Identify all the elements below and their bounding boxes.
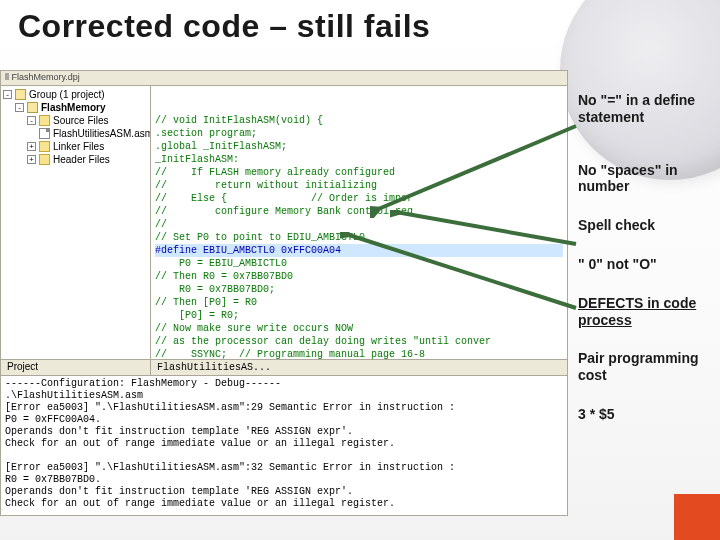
tree-file-asm[interactable]: FlashUtilitiesASM.asm — [3, 127, 148, 140]
folder-icon — [39, 115, 50, 126]
project-group-icon — [15, 89, 26, 100]
ide-titlebar: ll FlashMemory.dpj — [0, 70, 568, 86]
code-editor[interactable]: // void InitFlashASM(void) {.section pro… — [151, 86, 567, 375]
tree-label: Header Files — [53, 154, 110, 165]
tree-folder-linker[interactable]: + Linker Files — [3, 140, 148, 153]
note-no-spaces: No "spaces" in number — [578, 162, 714, 196]
expand-icon[interactable]: + — [27, 155, 36, 164]
ide-body: - Group (1 project) - FlashMemory - Sour… — [0, 86, 568, 376]
tree-label: Linker Files — [53, 141, 104, 152]
note-defects: DEFECTS in code process — [578, 295, 714, 329]
tree-project[interactable]: - FlashMemory — [3, 101, 148, 114]
collapse-icon[interactable]: - — [27, 116, 36, 125]
tree-folder-source[interactable]: - Source Files — [3, 114, 148, 127]
collapse-icon[interactable]: - — [15, 103, 24, 112]
tree-label: Group (1 project) — [29, 89, 105, 100]
code-content: // void InitFlashASM(void) {.section pro… — [151, 112, 567, 363]
note-zero-not-o: " 0" not "O" — [578, 256, 714, 273]
ide-window: ll FlashMemory.dpj - Group (1 project) -… — [0, 70, 568, 520]
folder-icon — [39, 154, 50, 165]
slide: Corrected code – still fails ll FlashMem… — [0, 0, 720, 540]
note-cost-value: 3 * $5 — [578, 406, 714, 423]
note-pair-cost: Pair programming cost — [578, 350, 714, 384]
tree-label: FlashUtilitiesASM.asm — [53, 128, 150, 139]
tree-label: FlashMemory — [41, 102, 105, 113]
tree-label: Source Files — [53, 115, 109, 126]
tree-group[interactable]: - Group (1 project) — [3, 88, 148, 101]
slide-title: Corrected code – still fails — [18, 8, 430, 45]
decorative-square — [674, 494, 720, 540]
annotation-column: No "=" in a define statement No "spaces"… — [578, 92, 714, 445]
tree-folder-header[interactable]: + Header Files — [3, 153, 148, 166]
project-icon — [27, 102, 38, 113]
editor-file-tab[interactable]: FlashUtilitiesAS... — [151, 359, 567, 375]
note-no-equals: No "=" in a define statement — [578, 92, 714, 126]
collapse-icon[interactable]: - — [3, 90, 12, 99]
project-sidebar: - Group (1 project) - FlashMemory - Sour… — [1, 86, 151, 375]
project-tree[interactable]: - Group (1 project) - FlashMemory - Sour… — [1, 86, 150, 359]
file-icon — [39, 128, 50, 139]
build-output[interactable]: ------Configuration: FlashMemory - Debug… — [0, 376, 568, 516]
folder-icon — [39, 141, 50, 152]
expand-icon[interactable]: + — [27, 142, 36, 151]
project-tab[interactable]: Project — [1, 359, 150, 375]
note-spell-check: Spell check — [578, 217, 714, 234]
